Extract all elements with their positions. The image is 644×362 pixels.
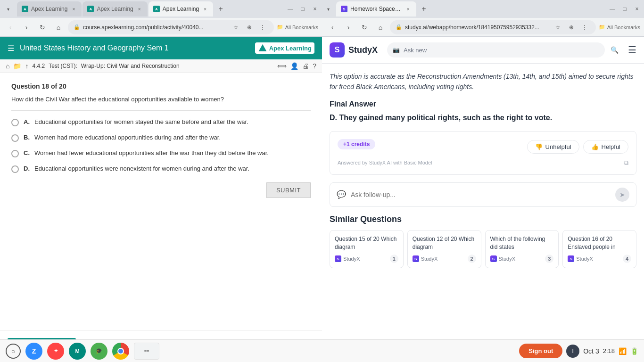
classroom-icon[interactable]: 🎓 (91, 343, 107, 360)
extension-btn-left[interactable]: ⊕ (244, 22, 255, 33)
question-text: How did the Civil War affect the educati… (11, 96, 311, 103)
option-b[interactable]: B. Women had more educational opportunit… (11, 134, 311, 142)
menu-btn-left[interactable]: ⋮ (257, 22, 268, 33)
zoom-icon[interactable]: Z (25, 343, 42, 360)
bookmarks-btn-right[interactable]: 📁 All Bookmarks (599, 24, 640, 30)
sign-out-button[interactable]: Sign out (519, 344, 562, 358)
similar-card-2-source: S StudyX (413, 255, 438, 262)
tab-label-3: Apex Learning (163, 6, 199, 12)
home-icon-breadcrumb[interactable]: ⌂ (6, 62, 9, 70)
apex-menu-icon[interactable]: ☰ (8, 44, 14, 53)
tab-close-studyx[interactable]: × (405, 6, 412, 12)
back-btn-right[interactable]: ‹ (326, 21, 339, 34)
reload-btn-left[interactable]: ↻ (36, 21, 49, 34)
similar-card-3-footer: S StudyX 3 (490, 255, 554, 263)
meet-icon[interactable]: M (69, 343, 86, 360)
option-d-label: D. (24, 165, 30, 172)
address-bar-left: ‹ › ↻ ⌂ 🔒 course.apexlearning.com/public… (0, 18, 322, 37)
tab-label-studyx: Homework Space - StudyX (350, 6, 402, 12)
tab-apex-1[interactable]: A Apex Learning × (17, 1, 82, 16)
translate-icon[interactable]: ⟺ (277, 62, 287, 70)
print-icon[interactable]: 🖨 (302, 62, 309, 70)
url-bar-left[interactable]: 🔒 course.apexlearning.com/public/activit… (68, 20, 274, 34)
tab-apex-2[interactable]: A Apex Learning × (83, 1, 147, 16)
back-btn-left[interactable]: ‹ (4, 21, 17, 34)
extension-btn-right[interactable]: ⊕ (566, 22, 577, 33)
system-menu-button[interactable]: ○ (6, 344, 21, 359)
forward-btn-left[interactable]: › (20, 21, 33, 34)
option-c[interactable]: C. Women had fewer educational opportuni… (11, 149, 311, 157)
similar-card-3[interactable]: Which of the following did states S Stud… (485, 230, 559, 269)
radio-c[interactable] (11, 150, 19, 157)
reload-btn-right[interactable]: ↻ (358, 21, 371, 34)
bookmarks-btn-left[interactable]: 📁 All Bookmarks (277, 24, 318, 30)
thumbs-up-icon: 👍 (591, 143, 599, 150)
maximize-right[interactable]: □ (619, 4, 630, 14)
radio-b[interactable] (11, 134, 19, 142)
apex-logo-text: Apex Learning (269, 45, 312, 52)
window-controls-left: ▾ (4, 5, 12, 13)
similar-source-name-3: StudyX (499, 256, 515, 262)
new-tab-button-right[interactable]: + (417, 2, 430, 16)
similar-card-4[interactable]: Question 16 of 20 Enslaved people in S S… (562, 230, 636, 269)
studyx-menu-icon[interactable]: ☰ (628, 44, 636, 56)
studyx-icon-1: S (335, 255, 341, 262)
close-left[interactable]: × (310, 4, 320, 14)
studyx-name: StudyX (348, 45, 378, 55)
unhelpful-button[interactable]: 👎 Unhelpful (527, 140, 579, 154)
studyx-ask-new[interactable]: 📷 Ask new (387, 42, 605, 58)
upload-icon-breadcrumb[interactable]: ↑ (25, 62, 28, 70)
tab-close-3[interactable]: × (202, 6, 208, 12)
similar-questions-title: Similar Questions (330, 214, 636, 224)
help-icon[interactable]: ? (313, 62, 316, 70)
copy-icon[interactable]: ⧉ (624, 159, 628, 167)
folder-icon-breadcrumb[interactable]: 📁 (13, 62, 21, 70)
submit-button[interactable]: SUBMIT (266, 182, 311, 198)
person-icon[interactable]: 👤 (290, 62, 298, 70)
similar-card-1[interactable]: Question 15 of 20 Which diagram S StudyX… (330, 230, 404, 269)
tab-studyx[interactable]: S Homework Space - StudyX × (336, 1, 416, 16)
option-d[interactable]: D. Educational opportunities were nonexi… (11, 165, 311, 173)
followup-area[interactable]: 💬 ➤ (330, 182, 636, 207)
teams-icon[interactable]: ✦ (47, 343, 64, 360)
answered-by-text: Answered by StudyX AI with Basic Model (338, 160, 432, 165)
option-a[interactable]: A. Educational opportunities for women s… (11, 118, 311, 126)
send-button[interactable]: ➤ (615, 188, 629, 202)
forward-btn-right[interactable]: › (342, 21, 355, 34)
star-btn-left[interactable]: ☆ (231, 22, 242, 33)
tab-dropdown-left[interactable]: ▾ (4, 5, 12, 13)
radio-d[interactable] (11, 165, 19, 173)
tab-close-1[interactable]: × (70, 6, 77, 12)
studyx-content: This option is accurate as the Reconstru… (322, 64, 644, 362)
home-btn-right[interactable]: ⌂ (374, 21, 387, 34)
similar-card-2[interactable]: Question 12 of 20 Which diagram S StudyX… (407, 230, 481, 269)
url-bar-right[interactable]: 🔒 studyx.ai/webapp/homework/184195075952… (390, 20, 596, 34)
followup-input[interactable] (351, 191, 611, 198)
tab-favicon-2: A (87, 6, 94, 12)
minimize-left[interactable]: — (285, 4, 296, 14)
url-text-right: studyx.ai/webapp/homework/18419507595293… (405, 24, 550, 31)
option-b-text: Women had more educational opportunities… (34, 134, 221, 141)
new-tab-button-left[interactable]: + (214, 2, 227, 16)
docs-icon[interactable]: ≡≡ (134, 343, 159, 360)
final-answer-text: D. They gained many political rights, su… (330, 112, 636, 123)
maximize-left[interactable]: □ (297, 4, 308, 14)
question-divider (11, 110, 311, 111)
radio-a[interactable] (11, 119, 19, 126)
chrome-icon[interactable] (112, 343, 129, 360)
option-d-text: Educational opportunities were nonexiste… (34, 165, 249, 172)
tab-apex-3[interactable]: A Apex Learning × (149, 1, 213, 16)
credits-badge: +1 credits (338, 139, 375, 149)
studyx-search-icon[interactable]: 🔍 (611, 46, 619, 54)
tab-bar-left: ▾ A Apex Learning × A Apex Learning × A … (0, 0, 322, 18)
star-btn-right[interactable]: ☆ (553, 22, 564, 33)
menu-btn-right[interactable]: ⋮ (579, 22, 590, 33)
helpful-button[interactable]: 👍 Helpful (583, 140, 628, 154)
tab-dropdown-right[interactable]: ▾ (324, 5, 332, 13)
tab-close-2[interactable]: × (136, 6, 143, 12)
tab-favicon-1: A (22, 6, 28, 12)
similar-card-1-source: S StudyX (335, 255, 360, 262)
close-right[interactable]: × (632, 4, 642, 14)
minimize-right[interactable]: — (607, 4, 618, 14)
home-btn-left[interactable]: ⌂ (52, 21, 65, 34)
